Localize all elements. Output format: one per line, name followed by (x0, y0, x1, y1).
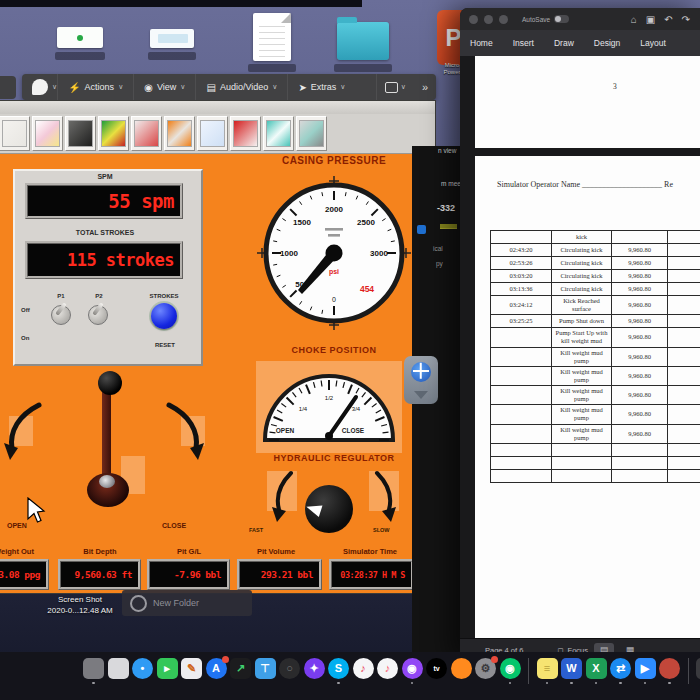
word-titlebar[interactable]: AutoSave ⌂ ▣ ↶ ↷ (460, 8, 700, 30)
browser-orange-icon[interactable] (451, 658, 472, 679)
desktop-screenshot-icon-1[interactable] (57, 27, 103, 48)
desktop-folder-icon[interactable] (337, 22, 389, 60)
finder-icon[interactable] (83, 658, 104, 679)
music-restricted-icon[interactable]: ♪ (353, 658, 374, 679)
notes-icon[interactable] (108, 658, 129, 679)
choke-lever-stick[interactable] (102, 383, 111, 483)
p2-label: P2 (89, 293, 109, 299)
table-row: 03:03:20 Circulating kick 9,960.80 (491, 270, 700, 283)
ribbon-tab[interactable]: Insert (503, 38, 544, 48)
page-number: 3 (613, 82, 617, 91)
display-item-icon[interactable]: ▭ (696, 658, 700, 679)
ribbon-tab[interactable]: Design (584, 38, 630, 48)
red-sphere-icon[interactable] (659, 658, 680, 679)
depth-cell: 9,960.80 (612, 424, 668, 443)
app-store-icon[interactable]: A (206, 658, 227, 679)
facetime-icon[interactable]: ▸ (157, 658, 178, 679)
stickies-icon[interactable]: ≡ (537, 658, 558, 679)
sim-toolbar-button[interactable] (197, 116, 228, 151)
extra-cell (668, 424, 700, 443)
new-folder-item[interactable]: New Folder (122, 590, 252, 616)
toolbar-menu[interactable]: ▤ Audio/Video ∨ (195, 74, 287, 100)
extra-cell (668, 257, 700, 270)
off-label: Off (21, 307, 41, 313)
quicktime-icon[interactable]: ⚙ (475, 658, 496, 679)
zoom-icon[interactable]: ▶ (635, 658, 656, 679)
depth-cell (612, 469, 668, 482)
time-cell (491, 443, 552, 456)
simulator-titlebar[interactable] (0, 101, 435, 115)
toolbar-menu[interactable]: ◉ View ∨ (133, 74, 195, 100)
webex-icon[interactable]: ◉ (500, 658, 521, 679)
desktop-document-icon[interactable] (253, 13, 291, 61)
toolbar-menu[interactable]: ➤ Extras ∨ (287, 74, 355, 100)
svg-text:2500: 2500 (357, 218, 375, 227)
ribbon-tab[interactable]: Home (460, 38, 503, 48)
home-icon[interactable]: ⌂ (631, 14, 637, 25)
toolbar-overflow-button[interactable]: » (414, 81, 436, 93)
autosave-toggle[interactable] (554, 15, 569, 23)
sim-toolbar-button[interactable] (296, 116, 327, 151)
document-area[interactable]: 3 Simulator Operator Name ______________… (460, 56, 700, 638)
extra-cell (668, 366, 700, 385)
total-strokes-label: TOTAL STROKES (55, 229, 155, 236)
undo-icon[interactable]: ↶ (664, 14, 672, 25)
toolbar-menu[interactable]: ⚡ Actions ∨ (57, 74, 133, 100)
menu-icon: ➤ (298, 82, 306, 93)
choke-lever-knob[interactable] (98, 371, 122, 395)
depth-cell: 9,960.80 (612, 386, 668, 405)
ribbon-tab[interactable]: Layout (630, 38, 676, 48)
table-row: Kill weight mud pump 9,960.80 (491, 424, 700, 443)
ribbon-tab[interactable]: Draw (544, 38, 584, 48)
sim-toolbar-button[interactable] (65, 116, 96, 151)
podcasts-icon[interactable]: ◉ (402, 658, 423, 679)
extra-cell (668, 244, 700, 257)
session-side-tab[interactable] (404, 356, 438, 404)
depth-cell: 9,960.80 (612, 244, 668, 257)
window-icon (385, 82, 398, 93)
star-app-icon[interactable]: ✦ (304, 658, 325, 679)
pump2-switch[interactable] (88, 305, 108, 325)
preview-icon[interactable]: ✎ (181, 658, 202, 679)
sim-toolbar-button[interactable] (0, 116, 30, 151)
minimize-button[interactable] (484, 15, 493, 24)
svg-text:1500: 1500 (293, 218, 311, 227)
save-icon[interactable]: ▣ (646, 14, 655, 25)
keynote-icon[interactable]: ⊤ (255, 658, 276, 679)
redo-icon[interactable]: ↷ (682, 14, 690, 25)
window-select-menu[interactable]: ∨ (376, 74, 414, 100)
excel-icon[interactable]: X (586, 658, 607, 679)
regulator-knob[interactable] (305, 485, 353, 533)
zoom-button[interactable] (499, 15, 508, 24)
sim-toolbar-button[interactable] (131, 116, 162, 151)
desktop-screenshot-icon-2[interactable] (150, 29, 194, 48)
session-icon[interactable] (32, 79, 48, 95)
dark-disc-icon[interactable]: ○ (279, 658, 300, 679)
event-cell (552, 443, 612, 456)
event-cell: Circulating kick (552, 270, 612, 283)
close-button[interactable] (469, 15, 478, 24)
apple-tv-icon[interactable]: tv (426, 658, 447, 679)
teamviewer-icon[interactable]: ⇄ (610, 658, 631, 679)
slow-label: SLOW (373, 527, 390, 533)
table-row: Kill weight mud pump 9,960.80 (491, 366, 700, 385)
strokes-reset-button[interactable] (151, 303, 177, 329)
word-icon[interactable]: W (561, 658, 582, 679)
sim-toolbar-button[interactable] (230, 116, 261, 151)
ribbon-tabs: HomeInsertDrawDesignLayout (460, 30, 700, 56)
itunes-icon[interactable]: ♪ (377, 658, 398, 679)
pump1-switch[interactable] (51, 305, 71, 325)
sim-toolbar-button[interactable] (263, 116, 294, 151)
sim-toolbar-button[interactable] (98, 116, 129, 151)
time-cell: 02:43:20 (491, 244, 552, 257)
dock-divider[interactable] (528, 658, 529, 684)
event-cell (552, 469, 612, 482)
dock-divider[interactable] (688, 658, 689, 684)
sim-toolbar-button[interactable] (32, 116, 63, 151)
skype-icon[interactable]: S (328, 658, 349, 679)
sim-toolbar-button[interactable] (164, 116, 195, 151)
toolbar-stub[interactable] (0, 76, 16, 99)
screenshot-file-label[interactable]: Screen Shot 2020-0...12.48 AM (36, 594, 124, 616)
messages-icon[interactable]: • (132, 658, 153, 679)
stocks-icon[interactable]: ↗ (230, 658, 251, 679)
